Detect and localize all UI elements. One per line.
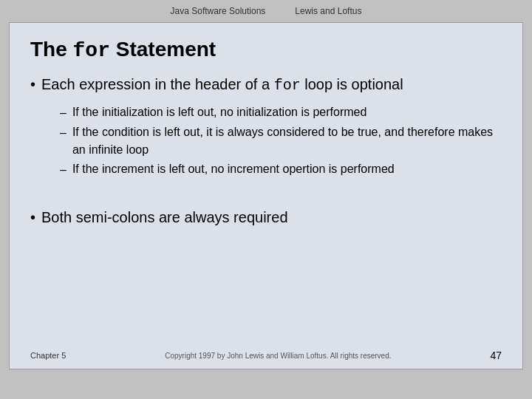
bullet1-text: Each expression in the header of a for l… [41,74,403,96]
sub-bullet-2: – If the condition is left out, it is al… [60,123,502,159]
footer-center: Copyright 1997 by John Lewis and William… [165,352,391,360]
sub-bullet-3: – If the increment is left out, no incre… [60,160,502,179]
bullet1-suffix: loop is optional [301,76,403,92]
bullet1-section: • Each expression in the header of a for… [30,74,502,185]
bullet2-section: • Both semi-colons are always required [30,207,502,228]
title-prefix: The [30,38,73,61]
sub-text-1: If the initialization is left out, no in… [72,103,366,121]
title-suffix: Statement [110,38,216,61]
footer-left: Chapter 5 [30,351,66,360]
slide-title: The for Statement [30,38,502,62]
footer-page: 47 [490,349,502,361]
header-right: Lewis and Loftus [295,6,361,16]
sub-dash-1: – [60,104,66,122]
header-left: Java Software Solutions [171,6,266,16]
bullet1-main: • Each expression in the header of a for… [30,74,502,96]
sub-dash-3: – [60,161,66,179]
bullet1-dot: • [30,74,35,95]
header-bar: Java Software Solutions Lewis and Loftus [0,0,532,22]
sub-text-2: If the condition is left out, it is alwa… [72,123,502,159]
sub-bullet-1: – If the initialization is left out, no … [60,103,502,122]
sub-text-3: If the increment is left out, no increme… [72,160,395,178]
sub-dash-2: – [60,124,66,142]
bullet2-text: Both semi-colons are always required [41,207,288,228]
bullet1-prefix: Each expression in the header of a [41,76,274,92]
slide-footer: Chapter 5 Copyright 1997 by John Lewis a… [30,349,502,361]
slide-container: The for Statement • Each expression in t… [9,22,523,369]
sub-bullets: – If the initialization is left out, no … [60,103,502,179]
bullet2-dot: • [30,207,35,228]
bullet1-code: for [274,77,301,94]
title-code: for [73,39,110,62]
